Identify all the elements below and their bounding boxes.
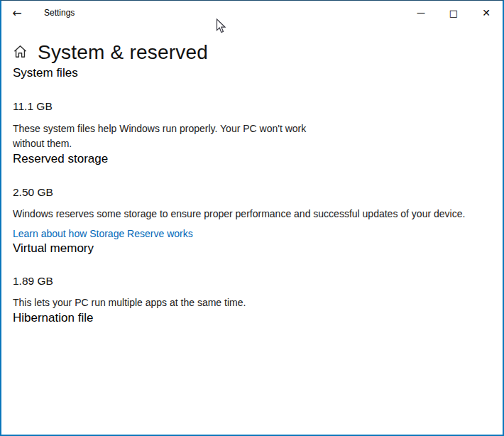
virtual-memory-size: 1.89 GB bbox=[13, 274, 490, 288]
close-icon: ✕ bbox=[482, 7, 491, 18]
maximize-button[interactable]: □ bbox=[437, 1, 470, 25]
section-hibernation-file: Hibernation file bbox=[13, 310, 490, 326]
virtual-memory-heading: Virtual memory bbox=[13, 241, 490, 256]
reserved-storage-description: Windows reserves some storage to ensure … bbox=[13, 207, 490, 222]
system-files-heading: System files bbox=[13, 65, 490, 81]
settings-window: ← Settings — □ ✕ System & reserved bbox=[0, 0, 504, 436]
reserved-storage-heading: Reserved storage bbox=[13, 151, 490, 167]
maximize-icon: □ bbox=[449, 8, 458, 18]
section-system-files: System files 11.1 GB These system files … bbox=[13, 65, 490, 151]
back-button[interactable]: ← bbox=[1, 1, 33, 25]
home-icon bbox=[13, 44, 28, 62]
reserved-storage-size: 2.50 GB bbox=[13, 185, 490, 200]
window-title: Settings bbox=[44, 8, 75, 18]
system-files-description: These system files help Windows run prop… bbox=[13, 121, 490, 151]
virtual-memory-description: This lets your PC run multiple apps at t… bbox=[13, 295, 490, 310]
hibernation-file-heading: Hibernation file bbox=[13, 310, 490, 326]
storage-reserve-link[interactable]: Learn about how Storage Reserve works bbox=[13, 227, 193, 241]
section-virtual-memory: Virtual memory 1.89 GB This lets your PC… bbox=[13, 241, 490, 310]
page-title: System & reserved bbox=[38, 41, 208, 64]
system-files-size: 11.1 GB bbox=[13, 99, 490, 114]
section-reserved-storage: Reserved storage 2.50 GB Windows reserve… bbox=[13, 151, 490, 241]
close-button[interactable]: ✕ bbox=[470, 1, 503, 25]
page-header: System & reserved bbox=[13, 40, 490, 65]
back-icon: ← bbox=[12, 6, 21, 20]
titlebar: ← Settings — □ ✕ bbox=[1, 1, 503, 25]
window-controls: — □ ✕ bbox=[405, 1, 503, 25]
page-content: System & reserved System files 11.1 GB T… bbox=[1, 40, 503, 326]
minimize-icon: — bbox=[417, 8, 425, 18]
minimize-button[interactable]: — bbox=[405, 1, 437, 25]
